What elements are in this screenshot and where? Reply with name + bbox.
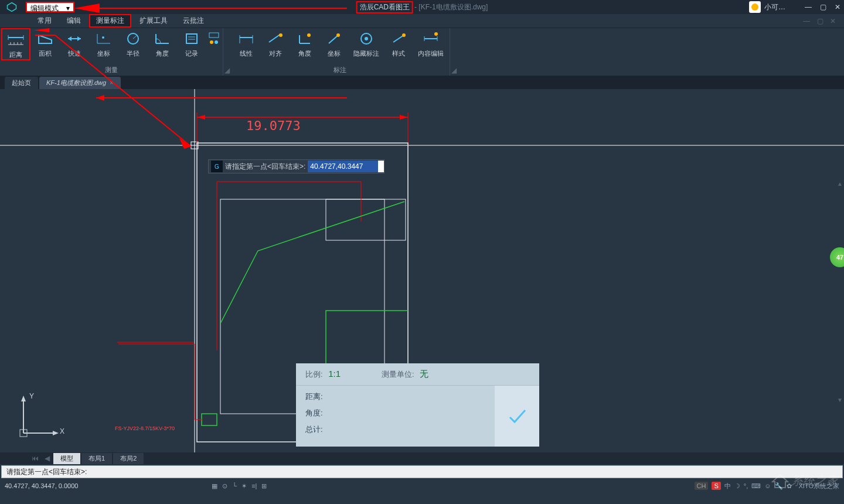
scale-value: 1:1 <box>328 369 341 379</box>
ime-moon-icon[interactable]: ☽ <box>734 482 740 490</box>
scroll-up-icon[interactable]: ▲ <box>837 181 843 187</box>
group-expand-measure[interactable]: ◢ <box>223 28 230 76</box>
layout-tab-2[interactable]: 布局2 <box>113 453 144 464</box>
group-label-annotate: 标注 <box>333 66 346 76</box>
snap-object-icon[interactable]: ⊙ <box>222 482 227 490</box>
tool-hide-dim[interactable]: 隐藏标注 <box>349 28 384 58</box>
tool-linear[interactable]: 线性 <box>232 28 261 58</box>
align-icon <box>266 30 285 47</box>
close-tab-icon[interactable]: × <box>110 79 113 86</box>
command-line[interactable]: 请指定第一点<回车结束>: <box>1 465 843 478</box>
radius-icon <box>124 30 142 47</box>
ime-cn[interactable]: 中 <box>724 482 731 491</box>
svg-line-29 <box>329 35 338 43</box>
tool-record[interactable]: 记录 <box>177 28 206 58</box>
scroll-down-icon[interactable]: ▼ <box>837 397 843 403</box>
menu-edit[interactable]: 编辑 <box>60 14 88 28</box>
minimize-button[interactable]: — <box>805 3 812 11</box>
menubar: 常用 编辑 测量标注 扩展工具 云批注 — ▢ ✕ <box>0 14 844 28</box>
svg-marker-10 <box>68 36 72 41</box>
mode-dropdown[interactable]: 编辑模式 ▾ <box>26 2 74 12</box>
tool-style[interactable]: 样式 <box>384 28 413 58</box>
confirm-button[interactable] <box>495 386 539 447</box>
user-area[interactable]: 小可… <box>749 1 785 13</box>
coords: 40.4727, 40.3447, 0.0000 <box>5 482 78 489</box>
statusbar: 40.4727, 40.3447, 0.0000 ▦ ⊙ └ ✶ ≡| ⊞ CH… <box>0 479 844 492</box>
prompt-caret-area <box>378 161 384 172</box>
hide-dim-icon <box>357 30 376 47</box>
tool-distance[interactable]: 距离 <box>1 28 30 60</box>
menu-cloud-annotate[interactable]: 云批注 <box>176 14 211 28</box>
tool-quick[interactable]: 快速 <box>60 28 89 58</box>
watermark: 系统之家 <box>771 473 838 489</box>
style-icon <box>389 30 408 47</box>
result-distance-label: 距离: <box>305 391 485 402</box>
angle-dim-icon <box>295 30 314 47</box>
close-button[interactable]: ✕ <box>835 3 840 11</box>
group-expand-annotate[interactable]: ◢ <box>450 28 457 76</box>
unit-value: 无 <box>420 369 428 379</box>
tool-radius[interactable]: 半径 <box>118 28 148 58</box>
ime-keyboard-icon[interactable]: ⌨ <box>751 482 761 490</box>
snap-grid-icon[interactable]: ▦ <box>212 482 217 490</box>
tab-nav-first[interactable]: ⏮ <box>29 454 41 462</box>
ribbon: 距离 面积 快速 坐标 半径 角度 <box>0 28 844 76</box>
menu-common[interactable]: 常用 <box>30 14 59 28</box>
ime-lang[interactable]: CH <box>695 482 709 490</box>
ribbon-group-annotate: 线性 对齐 角度 坐标 隐藏标注 样式 <box>230 28 450 76</box>
tool-coord-dim[interactable]: 坐标 <box>319 28 349 58</box>
scale-label: 比例: <box>305 370 323 379</box>
svg-marker-44 <box>197 115 205 120</box>
svg-marker-52 <box>96 95 104 101</box>
username: 小可… <box>764 2 785 12</box>
svg-point-22 <box>215 40 218 44</box>
area-icon <box>36 30 55 47</box>
lineweight-icon[interactable]: ≡| <box>251 482 257 490</box>
window-title: 浩辰CAD看图王 - [KF-1电缆敷设图.dwg] <box>356 1 488 13</box>
svg-line-26 <box>269 34 281 42</box>
drawing-canvas[interactable]: 19.0773 FS-YJV22-8.7/15KV-3*70 G 请指定第一点<… <box>0 89 844 452</box>
tab-nav-prev[interactable]: ◀ <box>42 454 52 462</box>
ime-sogou-icon[interactable]: S <box>712 482 720 490</box>
svg-point-33 <box>402 33 406 37</box>
snap-toggle-icon[interactable]: ⊞ <box>261 482 267 490</box>
svg-marker-62 <box>21 396 26 401</box>
layout-tab-model[interactable]: 模型 <box>53 453 80 464</box>
svg-point-27 <box>279 33 283 37</box>
quick-icon <box>65 30 84 47</box>
ime-smile-icon[interactable]: ☺ <box>764 482 771 489</box>
svg-point-37 <box>434 32 438 36</box>
tool-align[interactable]: 对齐 <box>261 28 290 58</box>
menu-extend-tools[interactable]: 扩展工具 <box>132 14 175 28</box>
svg-rect-20 <box>209 33 219 38</box>
svg-rect-49 <box>202 414 217 425</box>
angle-icon <box>153 30 172 47</box>
tool-content-edit[interactable]: 内容编辑 <box>413 28 448 58</box>
svg-point-21 <box>210 40 213 44</box>
tab-start[interactable]: 起始页 <box>5 77 38 89</box>
svg-line-16 <box>133 35 137 39</box>
tool-coord[interactable]: 坐标 <box>89 28 118 58</box>
ribbon-collapse-controls[interactable]: — ▢ ✕ <box>803 17 838 25</box>
layout-tabs: ⏮ ◀ 模型 布局1 布局2 <box>0 452 844 464</box>
tool-measure-more[interactable] <box>206 28 222 47</box>
layout-tab-1[interactable]: 布局1 <box>81 453 112 464</box>
prompt-input[interactable] <box>308 161 378 172</box>
tool-angle-dim[interactable]: 角度 <box>290 28 319 58</box>
file-name: - [KF-1电缆敷设图.dwg] <box>414 2 488 12</box>
measure-result-panel: 比例: 1:1 测量单位: 无 距离: 角度: 总计: <box>296 363 539 447</box>
menu-measure-annotate[interactable]: 测量标注 <box>89 14 131 28</box>
maximize-button[interactable]: ▢ <box>820 3 826 11</box>
tool-angle[interactable]: 角度 <box>148 28 177 58</box>
ucs-icon: Y X <box>12 392 59 441</box>
document-tabs: 起始页 KF-1电缆敷设图.dwg× <box>0 76 844 89</box>
polar-icon[interactable]: ✶ <box>241 482 247 490</box>
coord-icon <box>94 30 113 47</box>
app-logo-icon <box>0 0 23 14</box>
tool-area[interactable]: 面积 <box>30 28 60 58</box>
command-prompt-floating: G 请指定第一点<回车结束>: <box>208 159 384 173</box>
svg-rect-17 <box>186 34 197 43</box>
tab-file[interactable]: KF-1电缆敷设图.dwg× <box>39 77 121 89</box>
ortho-icon[interactable]: └ <box>232 482 237 490</box>
distance-icon <box>6 32 25 48</box>
